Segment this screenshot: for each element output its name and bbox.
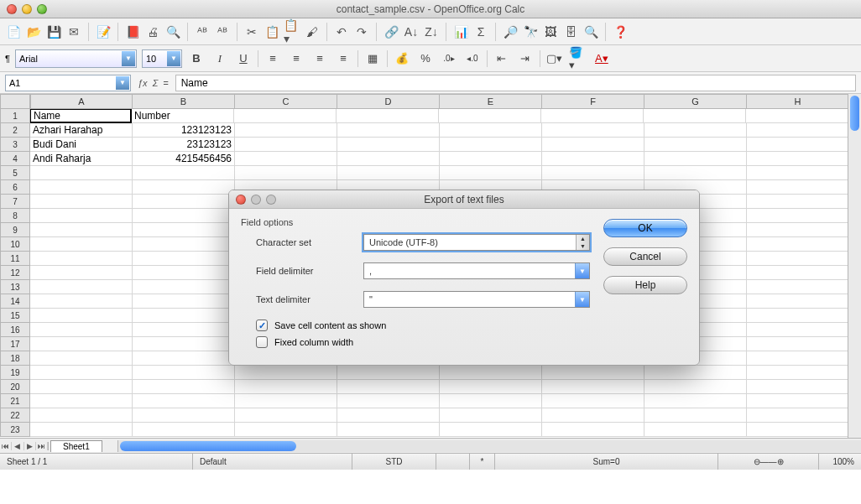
dialog-close-button[interactable] [236, 195, 246, 205]
sort-desc-icon[interactable]: Z↓ [423, 23, 440, 40]
cell-G22[interactable] [644, 408, 747, 423]
horizontal-scrollbar[interactable] [117, 440, 861, 452]
cell-B23[interactable] [133, 423, 235, 437]
cell-B1[interactable]: Number [132, 109, 234, 123]
cell-B19[interactable] [133, 366, 235, 380]
print-preview-icon[interactable]: 🔍 [164, 23, 181, 40]
column-header-A[interactable]: A [30, 94, 133, 109]
save-as-shown-checkbox[interactable]: ✓ [256, 320, 268, 331]
cell-A7[interactable] [30, 195, 133, 209]
cell-H9[interactable] [747, 223, 848, 237]
cell-G5[interactable] [644, 166, 747, 180]
cell-E5[interactable] [440, 166, 542, 180]
cell-B15[interactable] [133, 309, 235, 323]
align-justify-button[interactable]: ≡ [334, 49, 352, 68]
save-icon[interactable]: 💾 [45, 23, 62, 40]
chart-icon[interactable]: 📊 [452, 23, 469, 40]
cell-D4[interactable] [337, 152, 440, 166]
cell-C19[interactable] [235, 366, 337, 380]
cell-C23[interactable] [235, 423, 337, 437]
cell-B18[interactable] [133, 351, 235, 366]
cell-H7[interactable] [747, 195, 848, 209]
redo-icon[interactable]: ↷ [353, 23, 370, 40]
cell-F2[interactable] [542, 123, 644, 138]
copy-icon[interactable]: 📋 [264, 23, 280, 40]
cell-D23[interactable] [337, 423, 440, 437]
row-header-12[interactable]: 12 [0, 266, 30, 280]
row-header-9[interactable]: 9 [0, 223, 30, 237]
column-header-C[interactable]: C [235, 94, 337, 109]
row-header-22[interactable]: 22 [0, 408, 30, 423]
cancel-button[interactable]: Cancel [603, 247, 687, 266]
cell-A16[interactable] [30, 323, 133, 337]
zoom-window-button[interactable] [37, 4, 47, 14]
sheet-tab-1[interactable]: Sheet1 [50, 440, 102, 452]
cell-A22[interactable] [30, 408, 133, 423]
cell-G21[interactable] [644, 394, 747, 408]
align-center-button[interactable]: ≡ [287, 49, 305, 68]
cell-H14[interactable] [747, 294, 848, 309]
datasources-icon[interactable]: 🗄 [562, 23, 579, 40]
row-header-17[interactable]: 17 [0, 337, 30, 351]
remove-decimal-button[interactable]: ◂.0 [463, 49, 482, 68]
cell-A21[interactable] [30, 394, 133, 408]
cell-B14[interactable] [133, 294, 235, 309]
cell-B13[interactable] [133, 280, 235, 294]
cell-F22[interactable] [542, 408, 644, 423]
cell-reference-box[interactable]: A1▼ [5, 75, 131, 91]
cell-A5[interactable] [30, 166, 133, 180]
charset-combo[interactable]: Unicode (UTF-8) ▲▼ [363, 234, 590, 251]
row-header-2[interactable]: 2 [0, 123, 30, 138]
cell-E20[interactable] [440, 380, 542, 394]
cell-C1[interactable] [234, 109, 337, 123]
cell-B6[interactable] [133, 180, 235, 195]
help-icon[interactable]: ❓ [612, 23, 629, 40]
formula-input[interactable]: Name [175, 75, 856, 91]
row-header-6[interactable]: 6 [0, 180, 30, 195]
close-window-button[interactable] [7, 4, 17, 14]
cell-B21[interactable] [133, 394, 235, 408]
fixed-width-checkbox[interactable] [256, 336, 268, 348]
cell-G2[interactable] [644, 123, 747, 138]
cell-F20[interactable] [542, 380, 644, 394]
field-delimiter-combo[interactable]: , ▼ [363, 262, 590, 279]
increase-indent-button[interactable]: ⇥ [516, 49, 535, 68]
cell-C2[interactable] [235, 123, 337, 138]
styles-icon[interactable]: ¶ [5, 54, 10, 64]
cell-B20[interactable] [133, 380, 235, 394]
cell-F21[interactable] [542, 394, 644, 408]
cell-H6[interactable] [747, 180, 848, 195]
row-header-5[interactable]: 5 [0, 166, 30, 180]
cell-C22[interactable] [235, 408, 337, 423]
cell-E3[interactable] [440, 138, 542, 152]
cell-F23[interactable] [542, 423, 644, 437]
row-header-19[interactable]: 19 [0, 366, 30, 380]
cell-H8[interactable] [747, 209, 848, 223]
cell-H22[interactable] [747, 408, 848, 423]
row-header-23[interactable]: 23 [0, 423, 30, 437]
hyperlink-icon[interactable]: 🔗 [383, 23, 399, 40]
row-header-20[interactable]: 20 [0, 380, 30, 394]
row-header-16[interactable]: 16 [0, 323, 30, 337]
sort-asc-icon[interactable]: A↓ [403, 23, 420, 40]
column-header-H[interactable]: H [747, 94, 849, 109]
cell-H20[interactable] [747, 380, 848, 394]
add-decimal-button[interactable]: .0▸ [440, 49, 458, 68]
cell-E4[interactable] [440, 152, 542, 166]
navigator-icon[interactable]: 🔭 [522, 23, 539, 40]
cell-A13[interactable] [30, 280, 133, 294]
cell-H13[interactable] [747, 280, 848, 294]
cell-A11[interactable] [30, 252, 133, 266]
row-header-21[interactable]: 21 [0, 394, 30, 408]
percent-button[interactable]: % [416, 49, 435, 68]
row-header-11[interactable]: 11 [0, 252, 30, 266]
cell-H4[interactable] [747, 152, 848, 166]
cell-G19[interactable] [644, 366, 747, 380]
cell-B16[interactable] [133, 323, 235, 337]
cell-A1[interactable]: Name [30, 109, 132, 123]
cell-H10[interactable] [747, 237, 848, 252]
cell-B4[interactable]: 4215456456 [133, 152, 235, 166]
cell-D5[interactable] [337, 166, 440, 180]
cell-H12[interactable] [747, 266, 848, 280]
currency-button[interactable]: 💰 [393, 49, 411, 68]
